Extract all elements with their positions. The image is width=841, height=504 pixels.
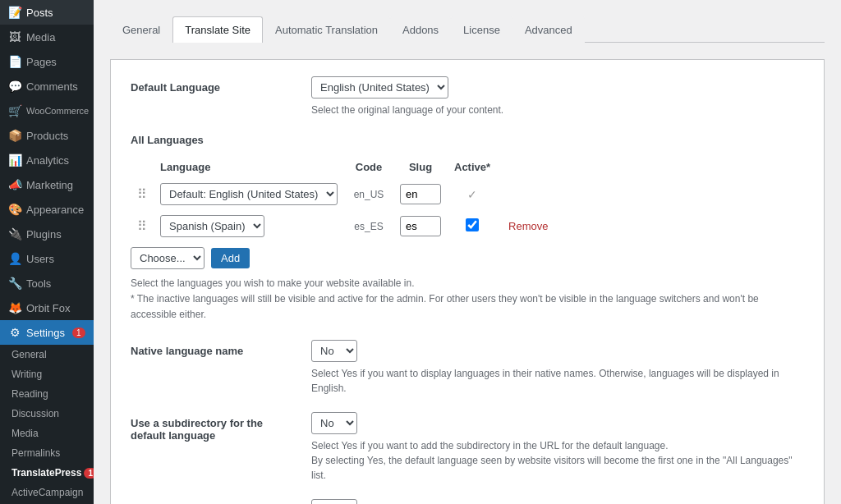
subdirectory-select[interactable]: No Yes — [311, 412, 357, 434]
language-select-spanish[interactable]: Spanish (Spain) — [160, 215, 264, 237]
sidebar-item-label: Plugins — [26, 228, 62, 241]
settings-submenu: General Writing Reading Discussion Media… — [0, 345, 94, 504]
sidebar-item-woocommerce[interactable]: 🛒 WooCommerce — [0, 99, 94, 123]
drag-handle-icon[interactable]: ⠿ — [137, 219, 147, 233]
language-select-english[interactable]: Default: English (United States) — [160, 183, 338, 205]
active-checkmark-en: ✓ — [467, 188, 477, 201]
drag-handle-icon[interactable]: ⠿ — [137, 187, 147, 201]
sidebar-item-label: Users — [26, 253, 54, 265]
sidebar-item-appearance[interactable]: 🎨 Appearance — [0, 197, 94, 222]
submenu-discussion[interactable]: Discussion — [0, 404, 94, 424]
choose-language-select[interactable]: Choose... — [131, 247, 205, 269]
comments-icon: 💬 — [8, 80, 21, 93]
sidebar-item-label: Analytics — [26, 154, 69, 167]
slug-input-en[interactable] — [400, 184, 441, 204]
native-language-control: No Yes Select Yes if you want to display… — [311, 340, 804, 396]
main-content: General Translate Site Automatic Transla… — [94, 0, 841, 504]
force-language-row: Force language in custom links No Yes Se… — [131, 499, 804, 504]
remove-spanish-link[interactable]: Remove — [508, 220, 548, 232]
sidebar-item-media[interactable]: 🖼 Media — [0, 25, 94, 49]
lang-code-es: es_ES — [344, 210, 393, 242]
submenu-permalinks[interactable]: Permalinks — [0, 443, 94, 463]
col-code: Code — [344, 156, 393, 178]
languages-table: Language Code Slug Active* ⠿ De — [131, 156, 804, 242]
native-language-row: Native language name No Yes Select Yes i… — [131, 340, 804, 396]
native-language-select[interactable]: No Yes — [311, 340, 357, 362]
sidebar-item-users[interactable]: 👤 Users — [0, 246, 94, 271]
sidebar-item-label: Tools — [26, 277, 51, 290]
submenu-activecampaign[interactable]: ActiveCampaign — [0, 483, 94, 502]
native-language-label: Native language name — [131, 340, 295, 357]
tab-automatic-translation[interactable]: Automatic Translation — [263, 16, 390, 43]
lang-code-en: en_US — [344, 178, 393, 210]
default-language-label: Default Language — [131, 76, 295, 94]
sidebar-item-marketing[interactable]: 📣 Marketing — [0, 172, 94, 197]
subdirectory-help: Select Yes if you want to add the subdir… — [311, 438, 804, 483]
translatepress-badge: 1 — [84, 468, 94, 479]
posts-icon: 📝 — [8, 6, 21, 19]
tab-advanced[interactable]: Advanced — [512, 16, 585, 43]
settings-body: Default Language English (United States)… — [110, 59, 825, 504]
sidebar-item-label: Posts — [26, 7, 53, 19]
default-language-select[interactable]: English (United States) — [311, 76, 448, 99]
submenu-reading[interactable]: Reading — [0, 384, 94, 404]
sidebar-item-label: Settings — [26, 327, 65, 339]
slug-input-es[interactable] — [400, 216, 441, 236]
sidebar-item-plugins[interactable]: 🔌 Plugins — [0, 222, 94, 246]
submenu-translatepress[interactable]: TranslatePress 1 — [0, 463, 94, 483]
sidebar-item-label: Comments — [26, 80, 78, 93]
subdirectory-label: Use a subdirectory for the default langu… — [131, 412, 295, 442]
force-language-select[interactable]: No Yes — [311, 499, 357, 504]
sidebar-item-analytics[interactable]: 📊 Analytics — [0, 148, 94, 172]
products-icon: 📦 — [8, 129, 21, 142]
marketing-icon: 📣 — [8, 178, 21, 191]
sidebar-item-label: Appearance — [26, 204, 84, 216]
tab-license[interactable]: License — [451, 16, 512, 43]
tabs-bar: General Translate Site Automatic Transla… — [110, 16, 825, 43]
subdirectory-control: No Yes Select Yes if you want to add the… — [311, 412, 804, 483]
sidebar-item-settings[interactable]: ⚙ Settings 1 — [0, 320, 94, 345]
sidebar-item-products[interactable]: 📦 Products — [0, 123, 94, 148]
tools-icon: 🔧 — [8, 277, 21, 290]
languages-help: Select the languages you wish to make yo… — [131, 276, 804, 323]
native-language-help: Select Yes if you want to display langua… — [311, 366, 804, 396]
sidebar-item-posts[interactable]: 📝 Posts — [0, 0, 94, 25]
translatepress-label: TranslatePress — [11, 467, 81, 479]
sidebar-item-label: Media — [26, 31, 55, 44]
col-active: Active* — [448, 156, 497, 178]
sidebar-item-label: Orbit Fox — [26, 302, 70, 314]
add-language-row: Choose... Add — [131, 247, 804, 269]
submenu-general[interactable]: General — [0, 345, 94, 364]
analytics-icon: 📊 — [8, 153, 21, 167]
sidebar-item-tools[interactable]: 🔧 Tools — [0, 271, 94, 296]
tab-general[interactable]: General — [110, 16, 172, 43]
active-checkbox-es[interactable] — [466, 218, 479, 231]
tab-addons[interactable]: Addons — [390, 16, 451, 43]
tab-translate-site[interactable]: Translate Site — [172, 16, 263, 43]
sidebar-item-label: Pages — [26, 56, 57, 68]
add-language-button[interactable]: Add — [211, 248, 250, 268]
sidebar-item-label: WooCommerce — [26, 106, 89, 116]
all-languages-label: All Languages — [131, 134, 804, 146]
submenu-writing[interactable]: Writing — [0, 364, 94, 384]
sidebar-item-label: Marketing — [26, 179, 73, 191]
appearance-icon: 🎨 — [8, 203, 21, 216]
submenu-media[interactable]: Media — [0, 424, 94, 443]
settings-badge: 1 — [72, 328, 85, 338]
col-slug: Slug — [393, 156, 448, 178]
sidebar-item-label: Products — [26, 130, 68, 142]
sidebar-item-orbit-fox[interactable]: 🦊 Orbit Fox — [0, 296, 94, 320]
pages-icon: 📄 — [8, 55, 21, 68]
sidebar-item-pages[interactable]: 📄 Pages — [0, 49, 94, 74]
table-row: ⠿ Default: English (United States) en_US — [131, 178, 804, 210]
default-language-control: English (United States) Select the origi… — [311, 76, 804, 117]
sidebar: 📝 Posts 🖼 Media 📄 Pages 💬 Comments 🛒 Woo… — [0, 0, 94, 504]
force-language-label: Force language in custom links — [131, 499, 295, 504]
default-language-help: Select the original language of your con… — [311, 103, 804, 117]
subdirectory-row: Use a subdirectory for the default langu… — [131, 412, 804, 483]
settings-icon: ⚙ — [8, 326, 21, 339]
plugins-icon: 🔌 — [8, 227, 21, 241]
sidebar-item-comments[interactable]: 💬 Comments — [0, 74, 94, 99]
force-language-control: No Yes Select Yes if you want to force c… — [311, 499, 804, 504]
media-icon: 🖼 — [8, 30, 21, 44]
